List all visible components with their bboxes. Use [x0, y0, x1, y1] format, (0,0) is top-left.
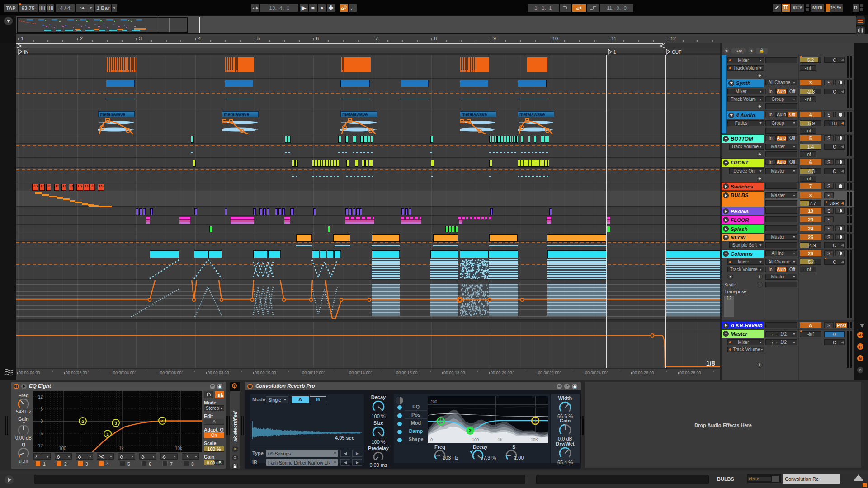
- svg-text:1k: 1k: [119, 446, 124, 451]
- svg-text:100: 100: [472, 437, 479, 442]
- svg-text:10K: 10K: [531, 437, 538, 442]
- svg-text:0: 0: [430, 437, 433, 442]
- svg-text:-12: -12: [37, 443, 43, 448]
- svg-text:0: 0: [40, 419, 43, 424]
- svg-text:4: 4: [161, 419, 163, 423]
- svg-text:1: 1: [106, 432, 108, 436]
- svg-text:200: 200: [430, 399, 437, 404]
- svg-text:2: 2: [81, 419, 84, 424]
- svg-text:1K: 1K: [498, 437, 503, 442]
- svg-text:6: 6: [40, 407, 43, 412]
- svg-text:100: 100: [59, 446, 66, 451]
- svg-text:12: 12: [38, 394, 43, 399]
- svg-text:OUT: OUT: [672, 50, 681, 55]
- svg-text:2: 2: [469, 428, 472, 433]
- svg-text:IN: IN: [24, 50, 28, 55]
- svg-text:1: 1: [613, 50, 616, 55]
- svg-text:3: 3: [534, 419, 536, 423]
- svg-text:-6: -6: [39, 431, 43, 436]
- svg-text:10k: 10k: [175, 446, 183, 451]
- svg-text:3: 3: [114, 421, 117, 426]
